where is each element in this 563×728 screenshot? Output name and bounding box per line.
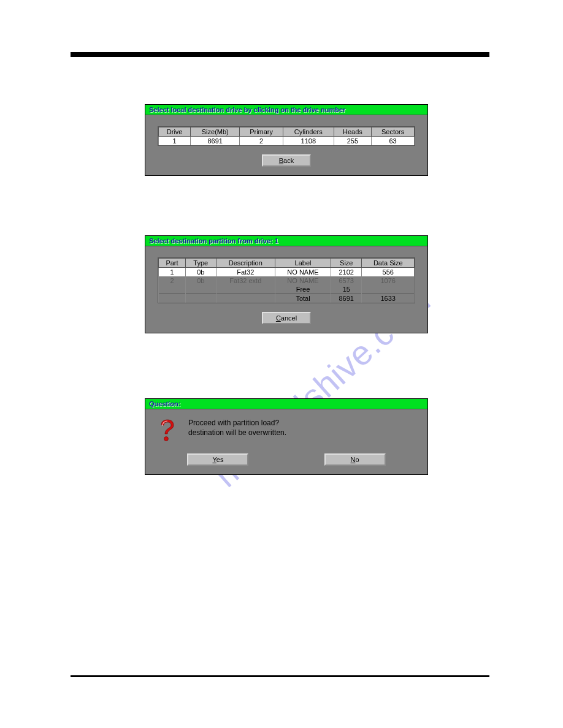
document-page: manualshive.com Select local destination… (0, 0, 563, 728)
question-body: Proceed with partition load? destination… (145, 409, 427, 449)
cell-heads: 255 (334, 137, 372, 146)
col-type: Type (186, 259, 216, 268)
question-button-row: Yes No (145, 449, 427, 474)
top-rule (71, 52, 489, 57)
yes-button[interactable]: Yes (187, 453, 248, 466)
cell-sectors: 63 (372, 137, 415, 146)
cell-size: 8691 (191, 137, 240, 146)
select-drive-title: Select local destination drive by clicki… (145, 105, 427, 115)
svg-point-0 (164, 437, 169, 441)
partition-table: Part Type Description Label Size Data Si… (158, 257, 415, 303)
table-row[interactable]: 1 0b Fat32 NO NAME 2102 556 (159, 268, 415, 277)
select-partition-title: Select destination partition from drive:… (145, 236, 427, 246)
partition-button-row: Cancel (158, 312, 415, 324)
col-part: Part (159, 259, 186, 268)
col-description: Description (216, 259, 275, 268)
select-drive-body: Drive Size(Mb) Primary Cylinders Heads S… (145, 115, 427, 175)
col-primary: Primary (240, 127, 283, 137)
cancel-button[interactable]: Cancel (262, 312, 311, 324)
table-row: Free 15 (159, 285, 415, 294)
col-size: Size(Mb) (191, 127, 240, 137)
col-heads: Heads (334, 127, 372, 137)
table-row: 2 0b Fat32 extd NO NAME 6573 1076 (159, 276, 415, 285)
drive-table: Drive Size(Mb) Primary Cylinders Heads S… (158, 126, 415, 146)
back-button[interactable]: Back (262, 154, 311, 167)
cell-primary: 2 (240, 137, 283, 146)
col-psize: Size (331, 259, 362, 268)
question-text: Proceed with partition load? destination… (188, 418, 286, 438)
question-title: Question: (145, 399, 427, 409)
cell-cylinders: 1108 (283, 137, 334, 146)
select-partition-dialog: Select destination partition from drive:… (145, 235, 428, 333)
question-mark-icon (156, 419, 177, 444)
partition-header-row: Part Type Description Label Size Data Si… (159, 259, 415, 268)
col-label: Label (275, 259, 331, 268)
cell-drive: 1 (159, 137, 191, 146)
drive-table-header-row: Drive Size(Mb) Primary Cylinders Heads S… (159, 127, 415, 137)
table-row: Total 8691 1633 (159, 294, 415, 303)
col-drive: Drive (159, 127, 191, 137)
question-dialog: Question: Proceed with partition load? d… (145, 398, 428, 475)
select-partition-body: Part Type Description Label Size Data Si… (145, 246, 427, 333)
drive-button-row: Back (158, 154, 415, 167)
no-button[interactable]: No (324, 453, 386, 466)
question-line2: destination will be overwritten. (188, 428, 286, 438)
col-datasize: Data Size (362, 259, 415, 268)
question-line1: Proceed with partition load? (188, 418, 286, 428)
bottom-rule (71, 675, 489, 677)
drive-row[interactable]: 1 8691 2 1108 255 63 (159, 137, 415, 146)
col-sectors: Sectors (372, 127, 415, 137)
col-cylinders: Cylinders (283, 127, 334, 137)
select-drive-dialog: Select local destination drive by clicki… (145, 104, 428, 176)
